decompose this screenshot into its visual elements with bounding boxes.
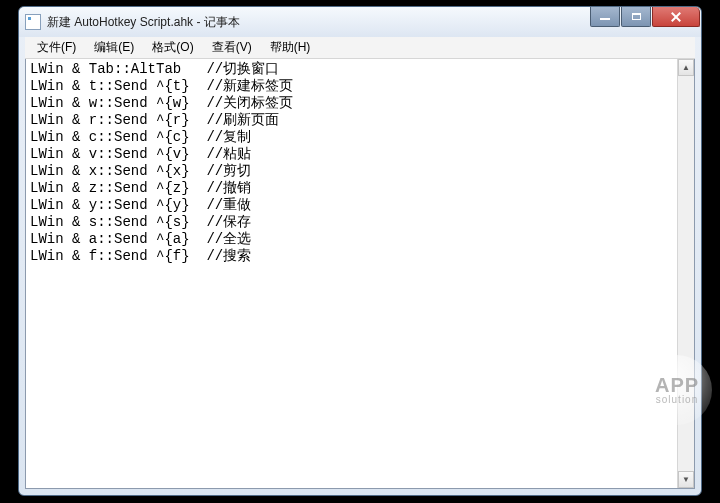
- titlebar[interactable]: 新建 AutoHotkey Script.ahk - 记事本: [19, 7, 701, 37]
- menu-format[interactable]: 格式(O): [144, 37, 201, 58]
- app-icon: [25, 14, 41, 30]
- menu-file[interactable]: 文件(F): [29, 37, 84, 58]
- vertical-scrollbar[interactable]: ▲ ▼: [677, 59, 694, 488]
- menu-view[interactable]: 查看(V): [204, 37, 260, 58]
- scroll-down-button[interactable]: ▼: [678, 471, 694, 488]
- maximize-button[interactable]: [621, 7, 651, 27]
- window-controls: [590, 7, 700, 27]
- close-icon: [670, 11, 682, 23]
- menu-help[interactable]: 帮助(H): [262, 37, 319, 58]
- minimize-button[interactable]: [590, 7, 620, 27]
- client-area: LWin & Tab::AltTab //切换窗口 LWin & t::Send…: [25, 59, 695, 489]
- maximize-icon: [632, 13, 641, 20]
- scroll-up-button[interactable]: ▲: [678, 59, 694, 76]
- menu-edit[interactable]: 编辑(E): [86, 37, 142, 58]
- text-editor[interactable]: LWin & Tab::AltTab //切换窗口 LWin & t::Send…: [26, 59, 694, 267]
- menubar: 文件(F) 编辑(E) 格式(O) 查看(V) 帮助(H): [25, 37, 695, 59]
- close-button[interactable]: [652, 7, 700, 27]
- scroll-track[interactable]: [678, 76, 694, 471]
- minimize-icon: [600, 18, 610, 20]
- notepad-window: 新建 AutoHotkey Script.ahk - 记事本 文件(F) 编辑(…: [18, 6, 702, 496]
